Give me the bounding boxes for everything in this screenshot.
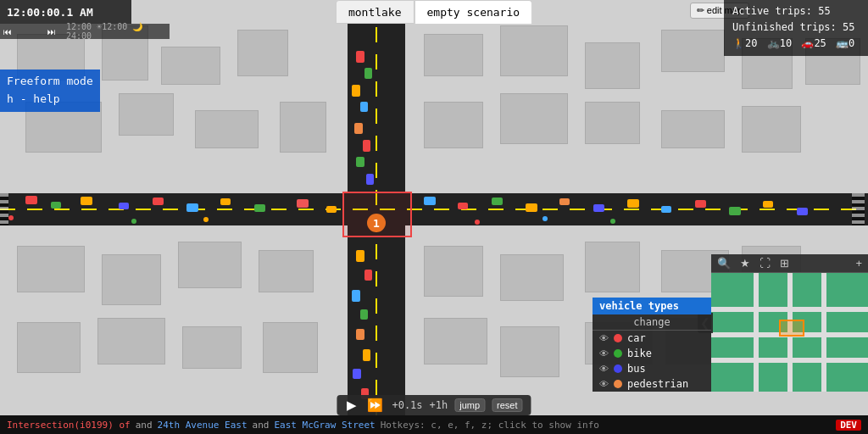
bike-dot (614, 349, 622, 358)
minimap-container: 🔍 ★ ⛶ ⊞ + ❮ (711, 254, 868, 392)
time-display: 12:00:00.1 AM (0, 0, 131, 24)
building (178, 242, 242, 288)
vehicle (119, 203, 129, 209)
vehicle (363, 349, 370, 361)
biker-count: 10 (780, 37, 792, 49)
building (195, 110, 259, 148)
building (424, 102, 483, 148)
building (97, 318, 165, 364)
vehicle-dot (131, 219, 136, 224)
vehicle (729, 207, 741, 215)
eye-icon-bus[interactable]: 👁 (599, 364, 609, 375)
scenario-tabs: montlake empty scenario (336, 0, 532, 24)
building (161, 47, 220, 85)
vehicle (661, 206, 671, 213)
building (500, 25, 568, 76)
building (424, 246, 483, 297)
mode-counts-row: 🚶20 🚲10 🚗25 🚌0 (732, 36, 860, 52)
active-trips-row: Active trips: 55 (732, 3, 860, 19)
intersection-badge: 1 (367, 214, 386, 232)
vehicle (81, 197, 92, 205)
vehicle (559, 198, 570, 205)
building (742, 106, 801, 153)
mm-road-v1 (754, 273, 759, 392)
minimap-star-btn[interactable]: ★ (737, 256, 753, 270)
vehicle (356, 329, 364, 340)
time-sub: 12:00 ☀12:00 🌙24:00 (66, 22, 166, 41)
building (500, 326, 559, 377)
street1-link[interactable]: 24th Avenue East (158, 420, 248, 431)
building (424, 318, 487, 364)
eye-icon-pedestrian[interactable]: 👁 (599, 379, 609, 390)
minimap-expand-btn[interactable]: ⛶ (757, 256, 773, 270)
vehicle (254, 204, 265, 212)
vehicle-types-panel: vehicle types change 👁 car 👁 bike 👁 bus … (593, 298, 711, 392)
vehicle (797, 208, 808, 215)
vehicle (354, 123, 363, 134)
vehicle (366, 174, 374, 185)
vehicle (763, 201, 773, 208)
vehicle-dot (610, 219, 615, 224)
building (102, 254, 161, 305)
street2-link[interactable]: East McGraw Street (274, 420, 375, 431)
bus-count: 0 (849, 37, 854, 49)
speed-bar: ⏮ ⏭ 12:00 ☀12:00 🌙24:00 (0, 24, 170, 39)
vehicle (353, 369, 361, 379)
vehicle (424, 197, 436, 205)
building (585, 102, 640, 144)
vehicle-dot (475, 220, 480, 225)
building (585, 42, 640, 89)
fast-forward-button[interactable]: ⏩ (365, 398, 385, 413)
building (661, 110, 725, 148)
hotkeys-label: Hotkeys: c, e, f, z; click to show info (381, 420, 599, 431)
building (585, 242, 640, 292)
vehicle (220, 198, 231, 205)
vehicle-types-header: vehicle types (593, 298, 711, 314)
pedestrian-dot (614, 380, 622, 388)
play-button[interactable]: ▶ (345, 398, 359, 413)
dev-badge: DEV (836, 420, 861, 431)
minimap-plus-btn[interactable]: + (853, 256, 865, 270)
minimap-map[interactable] (711, 273, 868, 392)
vehicle (360, 309, 368, 320)
jump-button[interactable]: jump (454, 398, 485, 412)
tab-montlake[interactable]: montlake (336, 0, 415, 24)
speed-icon-left: ⏮ (3, 27, 12, 36)
active-trips-label: Active trips: (732, 5, 812, 17)
vehicle-dot (542, 216, 548, 221)
minimap-highlight (779, 320, 804, 337)
vehicle (593, 204, 604, 212)
vehicle (364, 270, 372, 281)
minimap-zoom-btn[interactable]: 🔍 (715, 256, 733, 270)
hour-label: +1h (430, 399, 448, 411)
vehicle (326, 206, 337, 213)
reset-button[interactable]: reset (492, 398, 522, 412)
tab-empty-scenario[interactable]: empty scenario (415, 0, 533, 24)
eye-icon-car[interactable]: 👁 (599, 333, 609, 344)
vehicle (364, 68, 372, 79)
vehicle (356, 250, 364, 262)
vehicle-dot (203, 217, 209, 222)
playback-bar: ▶ ⏩ +0.1s +1h jump reset (337, 395, 531, 415)
eye-icon-bike[interactable]: 👁 (599, 348, 609, 359)
building (119, 93, 174, 136)
unfinished-trips-label: Unfinished trips: (732, 21, 837, 33)
step-label: +0.1s (392, 399, 422, 411)
car-label: car (627, 332, 646, 344)
walker-count: 20 (745, 37, 757, 49)
vehicle-type-pedestrian[interactable]: 👁 pedestrian (593, 376, 711, 392)
mm-road-v3 (821, 273, 826, 392)
minimap-layer-btn[interactable]: ⊞ (777, 256, 792, 270)
intersection-id[interactable]: Intersection(i0199) of (7, 420, 131, 431)
speed-icon-right: ⏭ (47, 27, 56, 36)
vehicle-type-bike[interactable]: 👁 bike (593, 346, 711, 361)
vehicle-type-car[interactable]: 👁 car (593, 331, 711, 346)
vehicle-types-change[interactable]: change (593, 314, 711, 331)
building (424, 34, 483, 76)
vehicle (356, 157, 364, 167)
road-edge-marker (0, 193, 8, 225)
vehicle (526, 203, 537, 212)
minimap-toolbar: 🔍 ★ ⛶ ⊞ + (711, 254, 868, 273)
vehicle (297, 199, 309, 208)
vehicle-type-bus[interactable]: 👁 bus (593, 361, 711, 376)
